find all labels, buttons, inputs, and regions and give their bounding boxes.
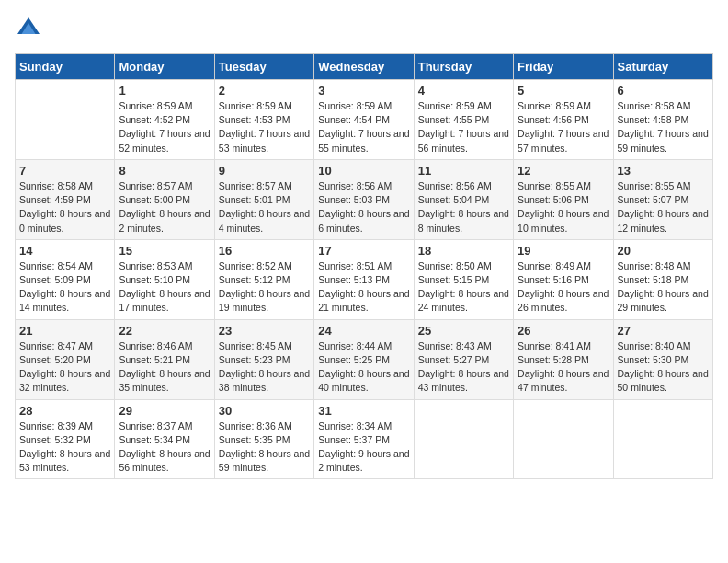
calendar-cell <box>514 399 613 479</box>
calendar-day-header: Sunday <box>16 54 115 80</box>
day-info: Sunrise: 8:57 AMSunset: 5:00 PMDaylight:… <box>119 179 210 236</box>
day-info: Sunrise: 8:56 AMSunset: 5:03 PMDaylight:… <box>318 179 409 236</box>
day-number: 18 <box>418 244 509 258</box>
calendar-week-row: 14Sunrise: 8:54 AMSunset: 5:09 PMDayligh… <box>16 239 713 319</box>
calendar-week-row: 21Sunrise: 8:47 AMSunset: 5:20 PMDayligh… <box>16 319 713 399</box>
day-number: 21 <box>19 324 110 338</box>
day-info: Sunrise: 8:39 AMSunset: 5:32 PMDaylight:… <box>19 419 110 476</box>
calendar-cell: 7Sunrise: 8:58 AMSunset: 4:59 PMDaylight… <box>16 159 115 239</box>
calendar-cell: 21Sunrise: 8:47 AMSunset: 5:20 PMDayligh… <box>16 319 115 399</box>
day-info: Sunrise: 8:49 AMSunset: 5:16 PMDaylight:… <box>518 259 609 316</box>
calendar-cell: 9Sunrise: 8:57 AMSunset: 5:01 PMDaylight… <box>214 159 313 239</box>
day-info: Sunrise: 8:50 AMSunset: 5:15 PMDaylight:… <box>418 259 509 316</box>
calendar-cell: 12Sunrise: 8:55 AMSunset: 5:06 PMDayligh… <box>514 159 613 239</box>
calendar-day-header: Thursday <box>414 54 513 80</box>
calendar-week-row: 28Sunrise: 8:39 AMSunset: 5:32 PMDayligh… <box>16 399 713 479</box>
day-number: 27 <box>618 324 709 338</box>
day-info: Sunrise: 8:45 AMSunset: 5:23 PMDaylight:… <box>219 339 310 396</box>
day-info: Sunrise: 8:56 AMSunset: 5:04 PMDaylight:… <box>418 179 509 236</box>
calendar-cell: 19Sunrise: 8:49 AMSunset: 5:16 PMDayligh… <box>514 239 613 319</box>
calendar-day-header: Saturday <box>613 54 712 80</box>
day-number: 26 <box>518 324 609 338</box>
day-info: Sunrise: 8:40 AMSunset: 5:30 PMDaylight:… <box>618 339 709 396</box>
logo-icon <box>15 15 42 42</box>
day-number: 5 <box>518 84 609 98</box>
day-info: Sunrise: 8:52 AMSunset: 5:12 PMDaylight:… <box>219 259 310 316</box>
day-info: Sunrise: 8:43 AMSunset: 5:27 PMDaylight:… <box>418 339 509 396</box>
calendar-cell: 2Sunrise: 8:59 AMSunset: 4:53 PMDaylight… <box>214 80 313 160</box>
day-number: 19 <box>518 244 609 258</box>
calendar-cell: 23Sunrise: 8:45 AMSunset: 5:23 PMDayligh… <box>214 319 313 399</box>
day-number: 28 <box>19 404 110 418</box>
day-number: 29 <box>119 404 210 418</box>
calendar-cell: 6Sunrise: 8:58 AMSunset: 4:58 PMDaylight… <box>613 80 712 160</box>
day-number: 4 <box>418 84 509 98</box>
day-info: Sunrise: 8:59 AMSunset: 4:56 PMDaylight:… <box>518 99 609 155</box>
page-header <box>15 15 713 42</box>
day-number: 13 <box>618 164 709 178</box>
calendar-week-row: 7Sunrise: 8:58 AMSunset: 4:59 PMDaylight… <box>16 159 713 239</box>
day-number: 23 <box>219 324 310 338</box>
calendar-cell: 16Sunrise: 8:52 AMSunset: 5:12 PMDayligh… <box>214 239 313 319</box>
day-info: Sunrise: 8:48 AMSunset: 5:18 PMDaylight:… <box>618 259 709 316</box>
calendar-cell: 1Sunrise: 8:59 AMSunset: 4:52 PMDaylight… <box>115 80 214 160</box>
calendar-cell: 10Sunrise: 8:56 AMSunset: 5:03 PMDayligh… <box>314 159 414 239</box>
day-number: 30 <box>219 404 310 418</box>
calendar-cell: 4Sunrise: 8:59 AMSunset: 4:55 PMDaylight… <box>414 80 513 160</box>
day-info: Sunrise: 8:36 AMSunset: 5:35 PMDaylight:… <box>219 419 310 476</box>
calendar-cell: 8Sunrise: 8:57 AMSunset: 5:00 PMDaylight… <box>115 159 214 239</box>
day-number: 14 <box>19 244 110 258</box>
day-number: 3 <box>318 84 409 98</box>
day-info: Sunrise: 8:57 AMSunset: 5:01 PMDaylight:… <box>219 179 310 236</box>
day-number: 1 <box>119 84 210 98</box>
calendar-cell: 18Sunrise: 8:50 AMSunset: 5:15 PMDayligh… <box>414 239 513 319</box>
day-number: 31 <box>318 404 409 418</box>
day-info: Sunrise: 8:58 AMSunset: 4:59 PMDaylight:… <box>19 179 110 236</box>
calendar-table: SundayMondayTuesdayWednesdayThursdayFrid… <box>15 53 713 479</box>
calendar-day-header: Monday <box>115 54 214 80</box>
day-info: Sunrise: 8:41 AMSunset: 5:28 PMDaylight:… <box>518 339 609 396</box>
calendar-cell: 11Sunrise: 8:56 AMSunset: 5:04 PMDayligh… <box>414 159 513 239</box>
calendar-cell: 3Sunrise: 8:59 AMSunset: 4:54 PMDaylight… <box>314 80 414 160</box>
logo <box>15 15 46 42</box>
calendar-header-row: SundayMondayTuesdayWednesdayThursdayFrid… <box>16 54 713 80</box>
calendar-cell: 30Sunrise: 8:36 AMSunset: 5:35 PMDayligh… <box>214 399 313 479</box>
calendar-day-header: Friday <box>514 54 613 80</box>
day-info: Sunrise: 8:37 AMSunset: 5:34 PMDaylight:… <box>119 419 210 476</box>
calendar-week-row: 1Sunrise: 8:59 AMSunset: 4:52 PMDaylight… <box>16 80 713 160</box>
day-info: Sunrise: 8:55 AMSunset: 5:07 PMDaylight:… <box>618 179 709 236</box>
day-number: 16 <box>219 244 310 258</box>
day-info: Sunrise: 8:47 AMSunset: 5:20 PMDaylight:… <box>19 339 110 396</box>
day-number: 2 <box>219 84 310 98</box>
calendar-cell <box>16 80 115 160</box>
day-number: 12 <box>518 164 609 178</box>
calendar-cell: 17Sunrise: 8:51 AMSunset: 5:13 PMDayligh… <box>314 239 414 319</box>
day-info: Sunrise: 8:59 AMSunset: 4:53 PMDaylight:… <box>219 99 310 155</box>
day-number: 22 <box>119 324 210 338</box>
day-info: Sunrise: 8:59 AMSunset: 4:52 PMDaylight:… <box>119 99 210 155</box>
day-number: 7 <box>19 164 110 178</box>
day-number: 6 <box>618 84 709 98</box>
day-info: Sunrise: 8:55 AMSunset: 5:06 PMDaylight:… <box>518 179 609 236</box>
calendar-cell: 27Sunrise: 8:40 AMSunset: 5:30 PMDayligh… <box>613 319 712 399</box>
day-info: Sunrise: 8:34 AMSunset: 5:37 PMDaylight:… <box>318 419 409 476</box>
calendar-cell: 26Sunrise: 8:41 AMSunset: 5:28 PMDayligh… <box>514 319 613 399</box>
day-number: 11 <box>418 164 509 178</box>
calendar-cell: 14Sunrise: 8:54 AMSunset: 5:09 PMDayligh… <box>16 239 115 319</box>
calendar-cell: 29Sunrise: 8:37 AMSunset: 5:34 PMDayligh… <box>115 399 214 479</box>
calendar-cell: 13Sunrise: 8:55 AMSunset: 5:07 PMDayligh… <box>613 159 712 239</box>
day-number: 8 <box>119 164 210 178</box>
calendar-cell: 28Sunrise: 8:39 AMSunset: 5:32 PMDayligh… <box>16 399 115 479</box>
calendar-cell: 25Sunrise: 8:43 AMSunset: 5:27 PMDayligh… <box>414 319 513 399</box>
day-number: 20 <box>618 244 709 258</box>
day-info: Sunrise: 8:46 AMSunset: 5:21 PMDaylight:… <box>119 339 210 396</box>
day-info: Sunrise: 8:59 AMSunset: 4:54 PMDaylight:… <box>318 99 409 155</box>
calendar-cell: 20Sunrise: 8:48 AMSunset: 5:18 PMDayligh… <box>613 239 712 319</box>
calendar-cell <box>414 399 513 479</box>
calendar-cell: 15Sunrise: 8:53 AMSunset: 5:10 PMDayligh… <box>115 239 214 319</box>
calendar-day-header: Wednesday <box>314 54 414 80</box>
calendar-cell: 22Sunrise: 8:46 AMSunset: 5:21 PMDayligh… <box>115 319 214 399</box>
day-number: 17 <box>318 244 409 258</box>
day-info: Sunrise: 8:58 AMSunset: 4:58 PMDaylight:… <box>618 99 709 155</box>
day-number: 24 <box>318 324 409 338</box>
